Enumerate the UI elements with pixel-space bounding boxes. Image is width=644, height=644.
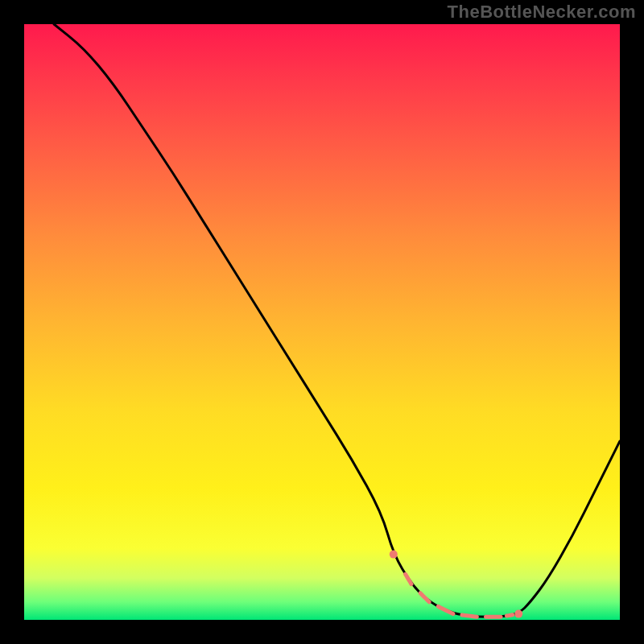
plot-area bbox=[24, 24, 620, 620]
gradient-background bbox=[24, 24, 620, 620]
watermark-text: TheBottleNecker.com bbox=[448, 2, 636, 23]
chart-container: TheBottleNecker.com bbox=[0, 0, 644, 644]
